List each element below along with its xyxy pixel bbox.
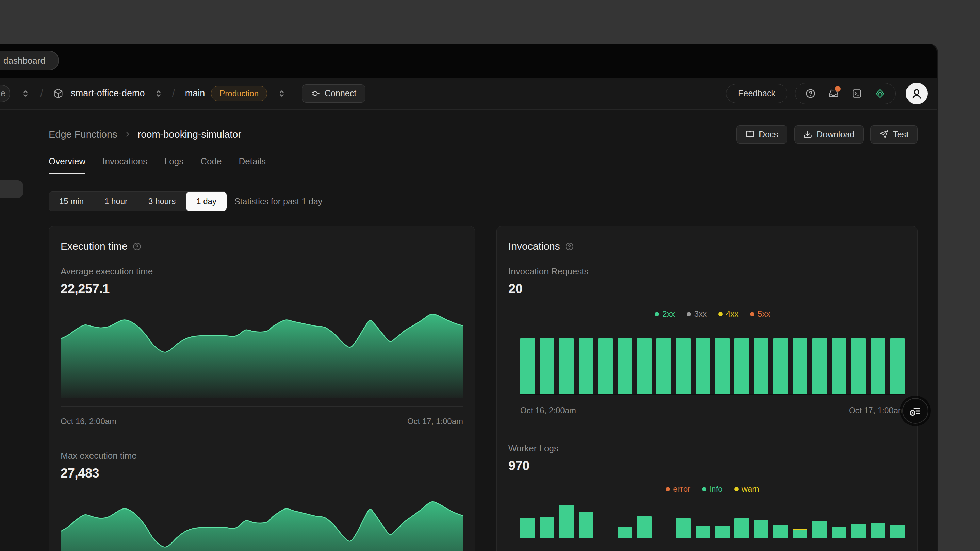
area-series-fill xyxy=(60,314,463,398)
avatar[interactable] xyxy=(906,83,928,105)
worker-log-bar[interactable] xyxy=(773,525,788,538)
invocation-bar[interactable] xyxy=(520,338,535,394)
invocation-bar[interactable] xyxy=(812,338,827,394)
project-switcher-chevrons-icon[interactable] xyxy=(153,89,164,98)
page-header: Edge Functions room-booking-simulator Do… xyxy=(32,110,937,175)
worker-log-bar[interactable] xyxy=(617,527,632,538)
breadcrumb-edge-functions[interactable]: Edge Functions xyxy=(49,129,118,140)
worker-logs-legend: errorinfowarn xyxy=(520,484,905,494)
invocation-bar[interactable] xyxy=(851,338,865,394)
legend-label: 4xx xyxy=(726,309,738,319)
time-range-option-15-min[interactable]: 15 min xyxy=(49,192,94,211)
tab-overview[interactable]: Overview xyxy=(49,156,86,174)
invocation-bar[interactable] xyxy=(871,338,885,394)
docs-button[interactable]: Docs xyxy=(737,125,788,143)
tab-code[interactable]: Code xyxy=(200,156,221,174)
legend-item-error[interactable]: error xyxy=(666,484,690,494)
terminal-icon[interactable] xyxy=(852,89,862,98)
legend-item-3xx[interactable]: 3xx xyxy=(687,309,707,319)
invocation-bar[interactable] xyxy=(617,338,632,394)
branch-switcher-chevrons-icon[interactable] xyxy=(277,89,287,98)
inbox-button[interactable] xyxy=(829,89,839,98)
invocation-requests-bar-chart[interactable] xyxy=(520,338,905,394)
worker-log-bar[interactable] xyxy=(793,529,808,538)
worker-log-bar[interactable] xyxy=(812,521,827,538)
worker-log-bar[interactable] xyxy=(754,520,768,538)
worker-log-bar[interactable] xyxy=(676,518,691,538)
invocation-bar[interactable] xyxy=(540,338,554,394)
x-axis-line xyxy=(60,407,463,407)
org-menu-pill-cutoff[interactable]: e xyxy=(0,85,10,102)
status-diamond-icon[interactable] xyxy=(875,89,885,98)
invocation-bar[interactable] xyxy=(890,338,905,394)
worker-logs-bar-chart[interactable] xyxy=(520,505,905,538)
tab-logs[interactable]: Logs xyxy=(164,156,183,174)
help-icon[interactable] xyxy=(565,242,574,251)
time-range-option-3-hours[interactable]: 3 hours xyxy=(138,192,186,211)
invocation-bar[interactable] xyxy=(773,338,788,394)
worker-log-bar[interactable] xyxy=(715,526,730,538)
avg-execution-area-chart[interactable] xyxy=(60,313,463,398)
worker-log-bar[interactable] xyxy=(637,516,652,538)
legend-dot xyxy=(702,487,706,491)
worker-log-bar[interactable] xyxy=(559,505,574,538)
worker-log-bar[interactable] xyxy=(520,518,535,538)
download-button[interactable]: Download xyxy=(794,125,864,143)
invocation-bar[interactable] xyxy=(559,338,574,394)
invocation-bar[interactable] xyxy=(579,338,593,394)
invocation-bar[interactable] xyxy=(676,338,691,394)
sidebar-item-active[interactable] xyxy=(0,180,23,198)
legend-item-info[interactable]: info xyxy=(702,484,723,494)
invocation-bar[interactable] xyxy=(656,338,671,394)
assistant-fab-button[interactable] xyxy=(902,398,928,424)
help-icon[interactable] xyxy=(805,89,816,98)
worker-log-bar[interactable] xyxy=(871,524,885,538)
branch-name[interactable]: main xyxy=(185,88,205,98)
tab-invocations[interactable]: Invocations xyxy=(102,156,147,174)
worker-log-bar[interactable] xyxy=(579,512,593,538)
invocation-bar[interactable] xyxy=(637,338,652,394)
utility-icons-group xyxy=(795,83,896,104)
org-switcher-chevrons-icon[interactable] xyxy=(21,89,30,98)
feedback-button[interactable]: Feedback xyxy=(726,84,788,103)
worker-logs-label: Worker Logs xyxy=(508,443,906,454)
worker-log-bar[interactable] xyxy=(734,518,749,538)
invocation-bar[interactable] xyxy=(754,338,768,394)
legend-label: error xyxy=(673,484,690,494)
browser-tab-label: dashboard xyxy=(3,56,45,66)
time-range-option-1-hour[interactable]: 1 hour xyxy=(94,192,138,211)
plug-icon xyxy=(311,89,320,98)
top-navigation-bar: e / smart-office-demo / main Production … xyxy=(0,78,937,110)
invocation-bar[interactable] xyxy=(715,338,730,394)
help-icon[interactable] xyxy=(132,242,142,251)
invocation-bar[interactable] xyxy=(832,338,846,394)
assistant-icon xyxy=(908,404,922,418)
worker-log-bar[interactable] xyxy=(695,526,710,538)
test-button[interactable]: Test xyxy=(870,125,918,143)
invocation-bar[interactable] xyxy=(793,338,808,394)
user-icon xyxy=(910,86,924,101)
invocation-bar[interactable] xyxy=(734,338,749,394)
project-name[interactable]: smart-office-demo xyxy=(71,88,145,98)
worker-log-bar[interactable] xyxy=(540,517,554,538)
legend-item-warn[interactable]: warn xyxy=(734,484,759,494)
test-label: Test xyxy=(893,130,908,140)
time-range-option-1-day[interactable]: 1 day xyxy=(186,192,227,211)
connect-button[interactable]: Connect xyxy=(302,84,366,103)
worker-log-bar[interactable] xyxy=(832,527,846,538)
invocation-requests-value: 20 xyxy=(508,282,906,296)
max-execution-area-chart[interactable] xyxy=(60,500,463,551)
legend-item-2xx[interactable]: 2xx xyxy=(655,309,675,319)
legend-item-5xx[interactable]: 5xx xyxy=(750,309,770,319)
invocations-title: Invocations xyxy=(508,240,560,252)
invocation-bar[interactable] xyxy=(598,338,613,394)
tab-details[interactable]: Details xyxy=(239,156,266,174)
browser-tab-dashboard[interactable]: dashboard xyxy=(0,51,59,70)
x-axis-end-label: Oct 17, 1:00am xyxy=(849,406,905,415)
worker-log-bar[interactable] xyxy=(890,525,905,538)
invocation-bar[interactable] xyxy=(695,338,710,394)
legend-label: 2xx xyxy=(662,309,675,319)
worker-log-bar[interactable] xyxy=(851,524,865,538)
legend-item-4xx[interactable]: 4xx xyxy=(718,309,738,319)
execution-time-title: Execution time xyxy=(60,240,127,252)
